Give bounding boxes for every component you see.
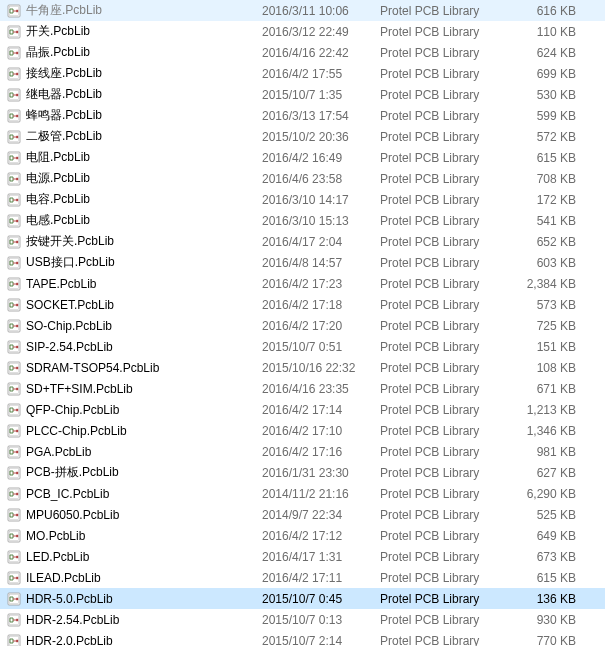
- file-row[interactable]: SO-Chip.PcbLib2016/4/2 17:20Protel PCB L…: [0, 315, 605, 336]
- file-type-cell: Protel PCB Library: [380, 214, 506, 228]
- file-date-cell: 2016/4/2 16:49: [262, 151, 380, 165]
- svg-rect-89: [16, 618, 18, 620]
- file-type-cell: Protel PCB Library: [380, 487, 506, 501]
- file-date-cell: 2014/9/7 22:34: [262, 508, 380, 522]
- file-name-label: SOCKET.PcbLib: [26, 298, 114, 312]
- file-name-cell: 接线座.PcbLib: [6, 65, 262, 82]
- file-row[interactable]: SD+TF+SIM.PcbLib2016/4/16 23:35Protel PC…: [0, 378, 605, 399]
- file-row[interactable]: 电感.PcbLib2016/3/10 15:13Protel PCB Libra…: [0, 210, 605, 231]
- file-size-cell: 616 KB: [506, 4, 586, 18]
- file-row[interactable]: 接线座.PcbLib2016/4/2 17:55Protel PCB Libra…: [0, 63, 605, 84]
- file-row[interactable]: SOCKET.PcbLib2016/4/2 17:18Protel PCB Li…: [0, 294, 605, 315]
- svg-rect-92: [16, 639, 18, 641]
- svg-rect-44: [16, 303, 18, 305]
- file-name-label: 电感.PcbLib: [26, 212, 90, 229]
- file-name-cell: SIP-2.54.PcbLib: [6, 339, 262, 355]
- file-row[interactable]: 晶振.PcbLib2016/4/16 22:42Protel PCB Libra…: [0, 42, 605, 63]
- pcblib-file-icon: [6, 87, 22, 103]
- pcblib-file-icon: [6, 255, 22, 271]
- file-type-cell: Protel PCB Library: [380, 571, 506, 585]
- file-date-cell: 2016/4/2 17:18: [262, 298, 380, 312]
- file-row[interactable]: 继电器.PcbLib2015/10/7 1:35Protel PCB Libra…: [0, 84, 605, 105]
- file-type-cell: Protel PCB Library: [380, 193, 506, 207]
- file-date-cell: 2014/11/2 21:16: [262, 487, 380, 501]
- file-row[interactable]: HDR-5.0.PcbLib2015/10/7 0:45Protel PCB L…: [0, 588, 605, 609]
- file-size-cell: 110 KB: [506, 25, 586, 39]
- file-type-cell: Protel PCB Library: [380, 4, 506, 18]
- file-row[interactable]: 二极管.PcbLib2015/10/2 20:36Protel PCB Libr…: [0, 126, 605, 147]
- pcblib-file-icon: [6, 318, 22, 334]
- file-row[interactable]: HDR-2.54.PcbLib2015/10/7 0:13Protel PCB …: [0, 609, 605, 630]
- file-type-cell: Protel PCB Library: [380, 550, 506, 564]
- file-row[interactable]: HDR-2.0.PcbLib2015/10/7 2:14Protel PCB L…: [0, 630, 605, 646]
- svg-rect-56: [16, 387, 18, 389]
- file-name-label: 接线座.PcbLib: [26, 65, 102, 82]
- file-name-label: ILEAD.PcbLib: [26, 571, 101, 585]
- pcblib-file-icon: [6, 549, 22, 565]
- file-row[interactable]: SDRAM-TSOP54.PcbLib2015/10/16 22:32Prote…: [0, 357, 605, 378]
- file-name-label: 继电器.PcbLib: [26, 86, 102, 103]
- file-name-cell: ILEAD.PcbLib: [6, 570, 262, 586]
- file-row[interactable]: LED.PcbLib2016/4/17 1:31Protel PCB Libra…: [0, 546, 605, 567]
- file-date-cell: 2016/3/10 15:13: [262, 214, 380, 228]
- file-size-cell: 930 KB: [506, 613, 586, 627]
- file-date-cell: 2015/10/7 2:14: [262, 634, 380, 647]
- pcblib-file-icon: [6, 612, 22, 628]
- file-name-label: HDR-5.0.PcbLib: [26, 592, 113, 606]
- pcblib-file-icon: [6, 444, 22, 460]
- file-name-cell: 蜂鸣器.PcbLib: [6, 107, 262, 124]
- file-row[interactable]: 电容.PcbLib2016/3/10 14:17Protel PCB Libra…: [0, 189, 605, 210]
- svg-rect-38: [16, 261, 18, 263]
- file-type-cell: Protel PCB Library: [380, 634, 506, 647]
- file-name-label: MO.PcbLib: [26, 529, 85, 543]
- file-row[interactable]: 牛角座.PcbLib2016/3/11 10:06Protel PCB Libr…: [0, 0, 605, 21]
- file-row[interactable]: 电源.PcbLib2016/4/6 23:58Protel PCB Librar…: [0, 168, 605, 189]
- file-date-cell: 2016/4/2 17:11: [262, 571, 380, 585]
- svg-rect-20: [16, 135, 18, 137]
- file-row[interactable]: SIP-2.54.PcbLib2015/10/7 0:51Protel PCB …: [0, 336, 605, 357]
- file-row[interactable]: MPU6050.PcbLib2014/9/7 22:34Protel PCB L…: [0, 504, 605, 525]
- file-row[interactable]: PCB-拼板.PcbLib2016/1/31 23:30Protel PCB L…: [0, 462, 605, 483]
- file-type-cell: Protel PCB Library: [380, 88, 506, 102]
- file-type-cell: Protel PCB Library: [380, 46, 506, 60]
- file-type-cell: Protel PCB Library: [380, 277, 506, 291]
- file-name-cell: 牛角座.PcbLib: [6, 2, 262, 19]
- file-row[interactable]: 开关.PcbLib2016/3/12 22:49Protel PCB Libra…: [0, 21, 605, 42]
- file-name-label: LED.PcbLib: [26, 550, 89, 564]
- file-size-cell: 599 KB: [506, 109, 586, 123]
- file-row[interactable]: PGA.PcbLib2016/4/2 17:16Protel PCB Libra…: [0, 441, 605, 462]
- file-row[interactable]: 按键开关.PcbLib2016/4/17 2:04Protel PCB Libr…: [0, 231, 605, 252]
- svg-rect-62: [16, 429, 18, 431]
- file-size-cell: 673 KB: [506, 550, 586, 564]
- file-name-cell: 二极管.PcbLib: [6, 128, 262, 145]
- svg-rect-74: [16, 513, 18, 515]
- file-row[interactable]: 电阻.PcbLib2016/4/2 16:49Protel PCB Librar…: [0, 147, 605, 168]
- file-date-cell: 2016/4/2 17:14: [262, 403, 380, 417]
- file-row[interactable]: 蜂鸣器.PcbLib2016/3/13 17:54Protel PCB Libr…: [0, 105, 605, 126]
- file-name-cell: HDR-2.0.PcbLib: [6, 633, 262, 647]
- file-row[interactable]: PLCC-Chip.PcbLib2016/4/2 17:10Protel PCB…: [0, 420, 605, 441]
- file-name-label: TAPE.PcbLib: [26, 277, 96, 291]
- file-size-cell: 603 KB: [506, 256, 586, 270]
- file-name-cell: LED.PcbLib: [6, 549, 262, 565]
- file-name-cell: 电阻.PcbLib: [6, 149, 262, 166]
- file-date-cell: 2016/4/16 23:35: [262, 382, 380, 396]
- file-row[interactable]: QFP-Chip.PcbLib2016/4/2 17:14Protel PCB …: [0, 399, 605, 420]
- file-list: 牛角座.PcbLib2016/3/11 10:06Protel PCB Libr…: [0, 0, 605, 646]
- file-row[interactable]: PCB_IC.PcbLib2014/11/2 21:16Protel PCB L…: [0, 483, 605, 504]
- svg-rect-53: [16, 366, 18, 368]
- file-size-cell: 624 KB: [506, 46, 586, 60]
- file-name-cell: 电源.PcbLib: [6, 170, 262, 187]
- file-row[interactable]: ILEAD.PcbLib2016/4/2 17:11Protel PCB Lib…: [0, 567, 605, 588]
- file-size-cell: 573 KB: [506, 298, 586, 312]
- svg-rect-8: [16, 51, 18, 53]
- file-date-cell: 2016/3/10 14:17: [262, 193, 380, 207]
- file-row[interactable]: TAPE.PcbLib2016/4/2 17:23Protel PCB Libr…: [0, 273, 605, 294]
- file-row[interactable]: MO.PcbLib2016/4/2 17:12Protel PCB Librar…: [0, 525, 605, 546]
- file-name-label: 电源.PcbLib: [26, 170, 90, 187]
- file-type-cell: Protel PCB Library: [380, 613, 506, 627]
- file-size-cell: 136 KB: [506, 592, 586, 606]
- file-size-cell: 530 KB: [506, 88, 586, 102]
- file-row[interactable]: USB接口.PcbLib2016/4/8 14:57Protel PCB Lib…: [0, 252, 605, 273]
- pcblib-file-icon: [6, 402, 22, 418]
